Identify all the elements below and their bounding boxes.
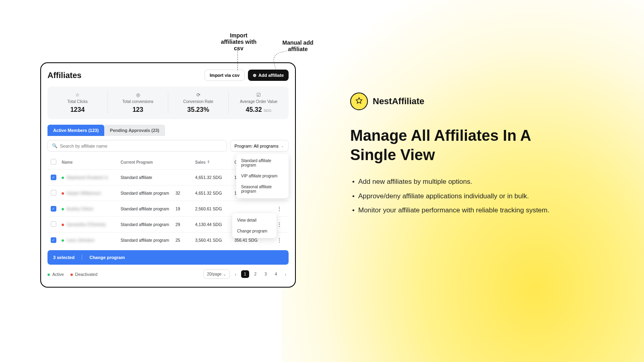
row-checkbox[interactable]: ✓	[51, 237, 56, 243]
cell-orders: 29	[175, 222, 195, 227]
stat-value: 35.23%	[168, 106, 228, 113]
affiliate-name: Audrey Orkins	[66, 206, 93, 211]
callout-import-csv: Import affiliates with csv	[219, 32, 259, 51]
percent-icon: ⟳	[168, 92, 228, 98]
cell-program: Standard affiliate program	[121, 191, 175, 195]
stat-label: Average Order Value	[229, 99, 289, 104]
brand-name: NestAffiliate	[373, 96, 424, 107]
tab-active-members[interactable]: Active Members (123)	[47, 125, 104, 136]
col-name: Name	[62, 160, 120, 165]
bullet-item: Approve/deny affiliate applications indi…	[350, 191, 551, 202]
legend-active: Active	[52, 272, 64, 277]
bullet-item: Monitor your affiliate performance with …	[350, 205, 551, 216]
cell-sales: 2,560.61 SDG	[195, 206, 234, 211]
pagination: 20/page⌄ ‹ 1 2 3 4 ›	[203, 269, 289, 279]
status-dot-active	[47, 274, 50, 276]
cell-sales: 3,560.41 SDG	[195, 238, 234, 243]
program-dropdown: Standard affiliate program VIP affiliate…	[236, 154, 289, 198]
status-dot	[62, 224, 64, 226]
stat-value: 123	[108, 106, 168, 113]
row-action-menu: View detail Change program	[232, 213, 277, 238]
page-2[interactable]: 2	[252, 270, 260, 278]
click-icon: ☆	[47, 92, 107, 98]
callout-manual-add: Manual add affiliate	[282, 39, 314, 52]
next-page[interactable]: ›	[282, 270, 289, 278]
tab-pending-approvals[interactable]: Pending Approvals (23)	[104, 125, 165, 136]
cell-program: Standard affiliate program	[121, 206, 175, 211]
select-all-checkbox[interactable]	[51, 159, 56, 165]
cell-orders: 32	[175, 191, 195, 195]
marketing-bullets: Add new affiliates by multiple options. …	[350, 177, 551, 216]
row-checkbox[interactable]: ✓	[51, 175, 56, 180]
stat-conversion-rate: ⟳ Conversion Rate 35.23%	[168, 92, 229, 113]
row-checkbox[interactable]: ✓	[51, 206, 56, 212]
search-input-wrapper[interactable]: 🔍	[47, 140, 227, 152]
page-size-select[interactable]: 20/page⌄	[203, 269, 230, 279]
cell-sales: 4,651.32 SDG	[195, 191, 234, 195]
sort-icon[interactable]: ▲▼	[207, 160, 210, 164]
cell-program: Standard affiliate program	[121, 222, 175, 227]
status-dot	[62, 208, 64, 210]
dropdown-option[interactable]: Seasonal affiliate program	[236, 181, 289, 197]
brand-logo-icon	[350, 93, 368, 110]
stat-label: Total conversions	[108, 99, 168, 104]
status-dot	[62, 239, 64, 242]
callout-line	[237, 48, 238, 70]
program-filter-select[interactable]: Program: All programs ⌄	[230, 140, 289, 152]
page-title: Affiliates	[47, 71, 81, 80]
page-3[interactable]: 3	[262, 270, 270, 278]
menu-change-program[interactable]: Change program	[232, 226, 277, 237]
row-actions-button[interactable]: ⋮	[277, 221, 282, 228]
stat-conversions: ◎ Total conversions 123	[108, 92, 168, 113]
col-program: Current Program	[121, 160, 175, 165]
affiliate-name: Stephanie Rowland Jr.	[66, 175, 109, 180]
status-dot	[62, 192, 64, 195]
status-dot-deactivated	[70, 274, 73, 276]
program-filter-label: Program: All programs	[235, 144, 279, 148]
stat-value: 1234	[47, 106, 107, 113]
row-checkbox[interactable]	[51, 190, 56, 195]
status-dot	[62, 177, 64, 179]
cell-commissions: 356.41 SDG	[234, 238, 273, 243]
cell-sales: 4,651.32 SDG	[195, 175, 234, 180]
bulk-change-program[interactable]: Change program	[89, 255, 125, 260]
row-actions-button[interactable]: ⋮	[277, 237, 282, 243]
legend-deactivated: Deactivated	[75, 272, 97, 277]
target-icon: ◎	[108, 92, 168, 98]
import-csv-button[interactable]: Import via csv	[204, 70, 245, 81]
stat-total-clicks: ☆ Total Clicks 1234	[47, 92, 108, 113]
affiliate-name: Harper Williamson	[66, 191, 101, 195]
stat-label: Conversion Rate	[168, 99, 228, 104]
table-row: ✓ Audrey Orkins Standard affiliate progr…	[47, 201, 289, 216]
col-sales[interactable]: Sales	[195, 160, 206, 165]
page-1[interactable]: 1	[241, 270, 249, 278]
cell-orders: 19	[175, 206, 195, 211]
search-icon: 🔍	[52, 143, 58, 148]
bulk-action-bar: 3 selected Change program	[47, 250, 289, 265]
cell-orders: 25	[175, 238, 195, 243]
dropdown-option[interactable]: VIP affiliate program	[236, 171, 289, 181]
stat-value: 45.32	[246, 106, 262, 113]
page-4[interactable]: 4	[272, 270, 280, 278]
marketing-panel: NestAffiliate Manage All Affiliates In A…	[350, 93, 551, 220]
cell-sales: 4,130.44 SDG	[195, 222, 234, 227]
stat-unit: SDG	[264, 109, 272, 113]
bullet-item: Add new affiliates by multiple options.	[350, 177, 551, 187]
row-actions-button[interactable]: ⋮	[277, 206, 282, 212]
add-affiliate-label: Add affiliate	[258, 73, 284, 78]
search-input[interactable]	[60, 144, 223, 148]
plus-icon: ⊕	[253, 73, 256, 78]
prev-page[interactable]: ‹	[232, 270, 239, 278]
add-affiliate-button[interactable]: ⊕ Add affiliate	[248, 70, 289, 81]
stat-label: Total Clicks	[47, 99, 107, 104]
cell-program: Standard affiliate program	[121, 238, 175, 243]
bulk-count: 3 selected	[53, 255, 74, 260]
menu-view-detail[interactable]: View detail	[232, 215, 277, 226]
chevron-down-icon: ⌄	[281, 144, 284, 148]
cart-icon: ☑	[229, 92, 289, 98]
dropdown-option[interactable]: Standard affiliate program	[236, 155, 289, 171]
cell-program: Standard affiliate	[121, 175, 175, 180]
chevron-down-icon: ⌄	[223, 272, 226, 276]
marketing-headline: Manage All Affiliates In A Single View	[350, 126, 551, 165]
row-checkbox[interactable]	[51, 221, 56, 227]
